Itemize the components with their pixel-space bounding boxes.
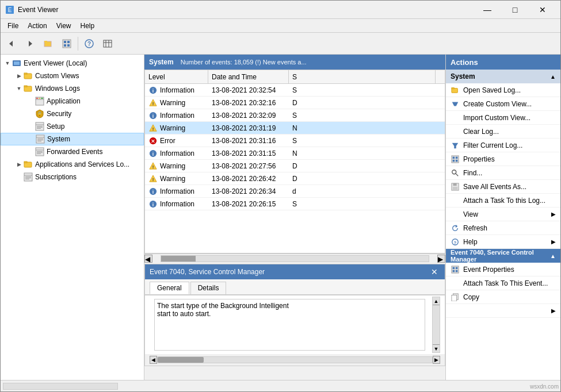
action-filter-log[interactable]: Filter Current Log... (446, 139, 560, 152)
tree-item-system[interactable]: System (1, 133, 144, 145)
detail-close-button[interactable]: ✕ (429, 267, 440, 276)
table-hscroll-area[interactable]: ◀ ▶ (144, 253, 445, 263)
detail-vscroll[interactable]: ▲ ▼ (432, 297, 440, 353)
action-refresh[interactable]: Refresh (446, 221, 560, 235)
svg-rect-4 (44, 41, 51, 47)
toolbar-back-button[interactable] (3, 35, 20, 52)
detail-hscroll-right[interactable]: ▶ (433, 356, 440, 364)
svg-rect-32 (37, 127, 43, 128)
actions-section-event-label: Event 7040, Service Control Manager (451, 249, 550, 263)
toolbar: ? (1, 33, 560, 55)
actions-section-event[interactable]: Event 7040, Service Control Manager ▲ (446, 249, 560, 263)
menu-help[interactable]: Help (76, 21, 100, 31)
action-copy[interactable]: Copy (446, 290, 560, 304)
svg-rect-37 (37, 140, 43, 140)
toolbar-view-button[interactable] (58, 35, 75, 52)
actions-section-system[interactable]: System ▲ (446, 70, 560, 83)
action-more[interactable]: ▶ (446, 304, 560, 318)
status-hscroll[interactable] (3, 383, 118, 390)
svg-text:E: E (8, 7, 12, 13)
event-row[interactable]: i Information 13-08-2021 20:31:15 N (145, 147, 445, 160)
table-hscroll-track[interactable] (161, 255, 429, 262)
event-row[interactable]: i Information 13-08-2021 20:32:09 S (145, 109, 445, 122)
expand-app-services: ▶ (14, 160, 24, 169)
action-create-custom-view[interactable]: Create Custom View... (446, 97, 560, 111)
action-save-all-events[interactable]: Save All Events As... (446, 180, 560, 194)
import-custom-view-icon (451, 113, 460, 122)
action-filter-log-label: Filter Current Log... (463, 141, 522, 149)
event-level-icon: ! (148, 162, 158, 171)
menubar: File Action View Help (1, 19, 560, 33)
action-open-saved-log[interactable]: Open Saved Log... (446, 83, 560, 97)
close-button[interactable]: ✕ (529, 3, 556, 17)
svg-rect-10 (67, 44, 70, 47)
help-icon: ? (451, 237, 460, 247)
detail-hscroll-thumb[interactable] (158, 357, 204, 363)
tree-item-windows-logs[interactable]: ▼ Windows Logs (1, 82, 144, 95)
label-security: Security (47, 110, 71, 118)
actions-header: Actions (446, 55, 560, 70)
tree-item-setup[interactable]: Setup (1, 120, 144, 133)
event-cell-datetime: 13-08-2021 20:32:54 (208, 86, 289, 94)
event-row[interactable]: i Information 13-08-2021 20:26:15 S (145, 198, 445, 210)
menu-view[interactable]: View (52, 21, 76, 31)
action-open-saved-log-label: Open Saved Log... (463, 86, 521, 94)
tab-details[interactable]: Details (190, 282, 227, 294)
tab-general[interactable]: General (150, 282, 189, 294)
action-create-custom-view-label: Create Custom View... (463, 100, 532, 108)
more-arrow-icon: ▶ (551, 308, 556, 314)
col-header-datetime[interactable]: Date and Time (208, 70, 289, 83)
event-row[interactable]: i Information 13-08-2021 20:32:54 S (145, 84, 445, 97)
event-list-tab-title: System (149, 58, 174, 66)
table-hscroll-thumb[interactable] (161, 256, 196, 262)
action-clear-log[interactable]: Clear Log... (446, 125, 560, 139)
event-row[interactable]: i Information 13-08-2021 20:26:34 d (145, 185, 445, 198)
menu-file[interactable]: File (3, 21, 23, 31)
event-cell-datetime: 13-08-2021 20:32:16 (208, 99, 289, 107)
toolbar-forward-button[interactable] (21, 35, 39, 52)
action-help[interactable]: ? Help ▶ (446, 235, 560, 249)
tree-item-forwarded[interactable]: Forwarded Events (1, 145, 144, 158)
action-find[interactable]: Find... (446, 166, 560, 180)
expand-security (26, 109, 35, 118)
tree-item-application[interactable]: Application (1, 95, 144, 107)
action-attach-task[interactable]: Attach a Task To this Log... (446, 194, 560, 207)
col-header-level[interactable]: Level (145, 70, 208, 83)
event-row[interactable]: ! Warning 13-08-2021 20:27:56 D (145, 160, 445, 172)
tree-item-security[interactable]: 🔒 Security (1, 107, 144, 120)
action-properties[interactable]: Properties (446, 152, 560, 166)
detail-hscroll-area[interactable]: ◀ ▶ (145, 354, 445, 366)
tree-item-app-services[interactable]: ▶ Applications and Services Lo... (1, 158, 144, 171)
tree-inner: ▼ Event Viewer (Local) ▶ (1, 55, 144, 186)
event-row[interactable]: ! Warning 13-08-2021 20:32:16 D (145, 97, 445, 109)
event-row[interactable]: ! Warning 13-08-2021 20:26:42 D (145, 172, 445, 185)
action-properties-label: Properties (463, 155, 495, 163)
toolbar-open-button[interactable] (40, 35, 57, 52)
event-cell-source: S (289, 86, 445, 94)
event-rows[interactable]: i Information 13-08-2021 20:32:54 S ! Wa… (145, 84, 445, 253)
minimize-button[interactable]: — (474, 3, 501, 17)
hscroll-right-btn[interactable]: ▶ (437, 255, 445, 263)
tree-item-subscriptions[interactable]: Subscriptions (1, 171, 144, 183)
detail-hscroll-track[interactable] (157, 356, 432, 363)
col-header-source[interactable]: S (289, 70, 436, 83)
menu-action[interactable]: Action (23, 21, 51, 31)
hscroll-left-btn[interactable]: ◀ (144, 255, 152, 263)
vscroll-up[interactable]: ▲ (433, 297, 440, 305)
vscroll-track[interactable] (433, 305, 440, 344)
event-row[interactable]: ! Warning 13-08-2021 20:31:19 N (145, 122, 445, 134)
tree-item-custom-views[interactable]: ▶ Custom Views (1, 70, 144, 82)
action-attach-task-event[interactable]: Attach Task To This Event... (446, 276, 560, 290)
event-level-text: Warning (160, 175, 185, 183)
action-import-custom-view[interactable]: Import Custom View... (446, 111, 560, 125)
tree-panel[interactable]: ▼ Event Viewer (Local) ▶ (1, 55, 144, 380)
action-event-properties[interactable]: Event Properties (446, 263, 560, 276)
detail-hscroll-left[interactable]: ◀ (150, 356, 157, 364)
maximize-button[interactable]: □ (502, 3, 528, 17)
toolbar-columns-button[interactable] (99, 35, 116, 52)
toolbar-help-button[interactable]: ? (81, 35, 98, 52)
tree-item-root[interactable]: ▼ Event Viewer (Local) (1, 57, 144, 70)
event-row[interactable]: ✕ Error 13-08-2021 20:31:16 S (145, 134, 445, 147)
action-view[interactable]: View ▶ (446, 207, 560, 221)
vscroll-down[interactable]: ▼ (433, 344, 440, 352)
